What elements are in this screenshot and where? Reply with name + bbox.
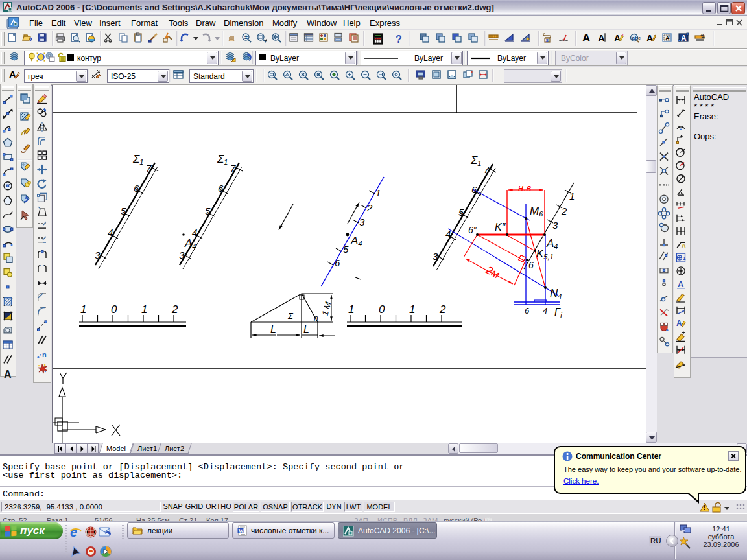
svg-text:c: c [638,36,641,40]
svg-text:A: A [681,34,687,43]
svg-text:A: A [665,35,670,41]
svg-text:A: A [614,33,621,43]
svg-text:±: ± [244,34,248,40]
svg-text:A: A [676,319,682,328]
svg-text:?: ? [396,34,402,45]
svg-text:⇅: ⇅ [700,34,705,40]
svg-text:A: A [678,279,684,289]
svg-text:A: A [4,369,12,380]
svg-text:A: A [646,33,653,43]
svg-text:n: n [42,351,47,358]
svg-text:A: A [582,32,590,44]
svg-text:S: S [546,38,549,43]
svg-text:A: A [682,242,686,249]
svg-text:1: 1 [683,255,686,261]
svg-text:A: A [598,32,605,43]
